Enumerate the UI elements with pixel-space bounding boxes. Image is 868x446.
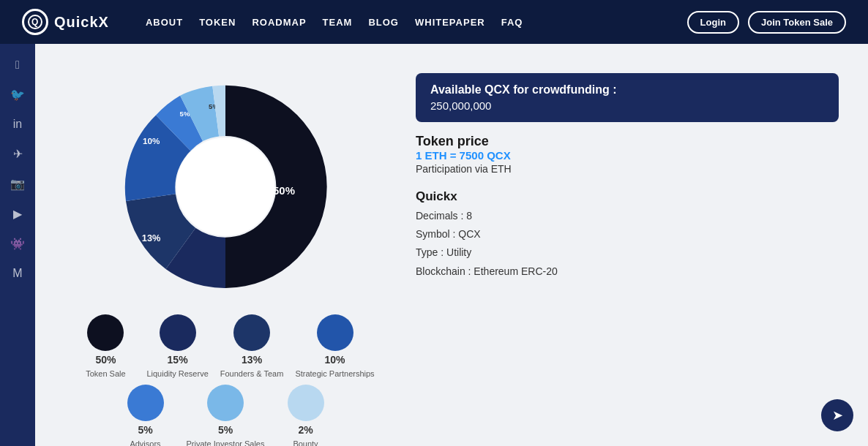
legend-circle-bounty bbox=[288, 385, 324, 421]
logo-area: Q QuickX bbox=[22, 9, 109, 35]
participation-text: Participation via ETH bbox=[416, 163, 839, 175]
svg-text:50%: 50% bbox=[273, 184, 295, 197]
nav-links: ABOUT TOKEN ROADMAP TEAM BLOG WHITEPAPER… bbox=[146, 17, 665, 28]
navbar: Q QuickX ABOUT TOKEN ROADMAP TEAM BLOG W… bbox=[0, 0, 868, 44]
legend-pct-bounty: 2% bbox=[298, 424, 313, 436]
svg-text:Q: Q bbox=[31, 17, 38, 27]
token-price-title: Token price bbox=[416, 134, 839, 149]
token-price-section: Token price 1 ETH = 7500 QCX Participati… bbox=[416, 134, 839, 175]
instagram-icon[interactable]: 📷 bbox=[10, 177, 25, 191]
legend-circle-strategic bbox=[317, 314, 353, 351]
nav-team[interactable]: TEAM bbox=[323, 17, 353, 28]
legend-label-bounty: Bounty bbox=[293, 439, 318, 446]
legend-pct-founders: 13% bbox=[242, 354, 262, 366]
info-panel: Available QCX for crowdfunding : 250,000… bbox=[416, 66, 839, 281]
nav-roadmap[interactable]: ROADMAP bbox=[252, 17, 306, 28]
legend-private: 5% Private Investor Sales bbox=[187, 385, 265, 446]
send-button[interactable]: ➤ bbox=[821, 399, 853, 431]
type: Type : Utility bbox=[416, 243, 839, 262]
nav-about[interactable]: ABOUT bbox=[146, 17, 183, 28]
legend-circle-liquidity bbox=[160, 314, 196, 351]
login-button[interactable]: Login bbox=[687, 11, 739, 34]
svg-text:13%: 13% bbox=[142, 233, 161, 243]
join-token-sale-button[interactable]: Join Token Sale bbox=[748, 11, 846, 34]
nav-whitepaper[interactable]: WHITEPAPER bbox=[415, 17, 485, 28]
quickx-details: Decimals : 8 Symbol : QCX Type : Utility… bbox=[416, 207, 839, 281]
legend-circle-founders bbox=[233, 314, 270, 351]
facebook-icon[interactable]:  bbox=[15, 58, 20, 72]
crowdfunding-box: Available QCX for crowdfunding : 250,000… bbox=[416, 73, 839, 122]
eth-price: 1 ETH = 7500 QCX bbox=[416, 149, 839, 162]
legend-advisors: 5% Advisors bbox=[116, 385, 175, 446]
legend-pct-token-sale: 50% bbox=[95, 354, 116, 366]
crowdfunding-title: Available QCX for crowdfunding : bbox=[430, 83, 824, 97]
legend-liquidity: 15% Liquidity Reserve bbox=[146, 314, 208, 379]
legend-label-liquidity: Liquidity Reserve bbox=[146, 368, 208, 379]
legend-label-founders: Founders & Team bbox=[220, 368, 284, 379]
sidebar:  🐦 in ✈ 📷 ▶ 👾 M bbox=[0, 44, 35, 446]
legend-circle-private bbox=[207, 385, 244, 421]
legend-circle-advisors bbox=[127, 385, 164, 421]
medium-icon[interactable]: M bbox=[12, 267, 22, 280]
reddit-icon[interactable]: 👾 bbox=[10, 237, 25, 251]
main-content: 50% 15% 13% 10% 5% bbox=[35, 44, 868, 446]
legend-token-sale: 50% Token Sale bbox=[76, 314, 135, 379]
svg-text:10%: 10% bbox=[143, 136, 160, 145]
svg-point-8 bbox=[176, 137, 274, 235]
chart-legend: 50% Token Sale 15% Liquidity Reserve 13%… bbox=[64, 314, 386, 446]
telegram-icon[interactable]: ✈ bbox=[13, 147, 23, 161]
crowdfunding-value: 250,000,000 bbox=[430, 99, 824, 112]
nav-token[interactable]: TOKEN bbox=[199, 17, 236, 28]
donut-chart: 50% 15% 13% 10% 5% bbox=[101, 66, 350, 300]
blockchain: Blockchain : Ethereum ERC-20 bbox=[416, 262, 839, 281]
youtube-icon[interactable]: ▶ bbox=[13, 207, 22, 221]
legend-strategic: 10% Strategic Partnerships bbox=[295, 314, 374, 379]
decimals: Decimals : 8 bbox=[416, 207, 839, 225]
chart-area: 50% 15% 13% 10% 5% bbox=[64, 66, 386, 446]
legend-founders: 13% Founders & Team bbox=[220, 314, 284, 379]
legend-label-private: Private Investor Sales bbox=[187, 439, 265, 446]
nav-blog[interactable]: BLOG bbox=[368, 17, 399, 28]
legend-circle-token-sale bbox=[87, 314, 124, 351]
nav-buttons: Login Join Token Sale bbox=[687, 11, 846, 34]
legend-bounty: 2% Bounty bbox=[277, 385, 335, 446]
legend-pct-advisors: 5% bbox=[138, 424, 152, 436]
nav-faq[interactable]: FAQ bbox=[501, 17, 523, 28]
quickx-title: Quickx bbox=[416, 189, 839, 204]
twitter-icon[interactable]: 🐦 bbox=[10, 88, 25, 102]
quickx-section: Quickx Decimals : 8 Symbol : QCX Type : … bbox=[416, 189, 839, 281]
legend-label-advisors: Advisors bbox=[130, 439, 160, 446]
legend-label-token-sale: Token Sale bbox=[86, 368, 125, 379]
logo-text: QuickX bbox=[54, 14, 109, 31]
legend-pct-liquidity: 15% bbox=[168, 354, 188, 366]
symbol: Symbol : QCX bbox=[416, 225, 839, 243]
legend-pct-private: 5% bbox=[218, 424, 233, 436]
legend-label-strategic: Strategic Partnerships bbox=[295, 368, 374, 379]
logo-icon: Q bbox=[22, 9, 48, 35]
legend-pct-strategic: 10% bbox=[324, 354, 345, 366]
linkedin-icon[interactable]: in bbox=[13, 118, 22, 131]
